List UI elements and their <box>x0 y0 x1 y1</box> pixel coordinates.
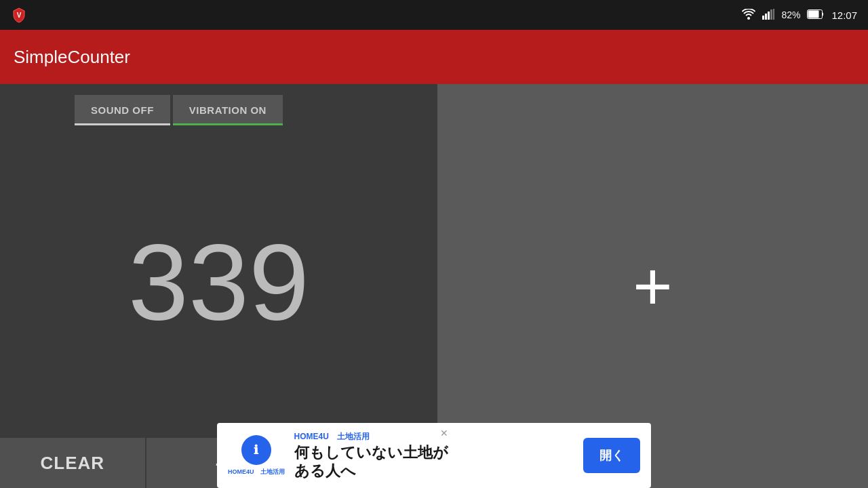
app-title: SimpleCounter <box>14 47 130 68</box>
clear-button[interactable]: CLEAR <box>0 438 146 488</box>
tabs-row: SOUND OFF VIBRATION ON <box>0 84 437 125</box>
status-bar: V 82% 12:07 <box>0 0 868 30</box>
ad-logo-area: ℹ HOME4U 土地活用 <box>228 435 285 476</box>
battery-icon <box>807 9 825 21</box>
counter-display: 339 <box>0 125 437 438</box>
svg-rect-2 <box>765 14 767 20</box>
app-bar: SimpleCounter <box>0 30 868 84</box>
ad-logo-icon: ℹ <box>241 435 271 465</box>
svg-rect-5 <box>773 9 774 20</box>
svg-rect-1 <box>762 16 764 20</box>
plus-icon: + <box>633 252 672 320</box>
battery-percent: 82% <box>781 9 800 20</box>
ad-brand-name: HOME4U 土地活用 <box>228 468 285 476</box>
svg-text:V: V <box>17 12 22 19</box>
svg-rect-4 <box>770 9 772 20</box>
ad-close-button[interactable]: ✕ <box>438 427 450 439</box>
svg-rect-7 <box>808 10 819 18</box>
ad-main-text: 何もしていない土地がある人へ <box>294 444 574 480</box>
counter-value: 339 <box>128 228 309 336</box>
ad-text-area: HOME4U 土地活用 何もしていない土地がある人へ <box>294 431 574 480</box>
ad-cta-button[interactable]: 開く <box>583 438 640 473</box>
tab-vibration-on[interactable]: VIBRATION ON <box>173 95 283 125</box>
app-status-icon: V <box>11 7 27 23</box>
svg-rect-3 <box>768 12 770 20</box>
ad-banner: ℹ HOME4U 土地活用 ✕ HOME4U 土地活用 何もしていない土地がある… <box>217 423 651 488</box>
signal-icon <box>762 9 774 22</box>
ad-brand-label: HOME4U 土地活用 <box>294 431 574 443</box>
status-time: 12:07 <box>831 9 857 21</box>
tab-sound-off[interactable]: SOUND OFF <box>75 95 170 125</box>
wifi-icon <box>742 9 755 22</box>
